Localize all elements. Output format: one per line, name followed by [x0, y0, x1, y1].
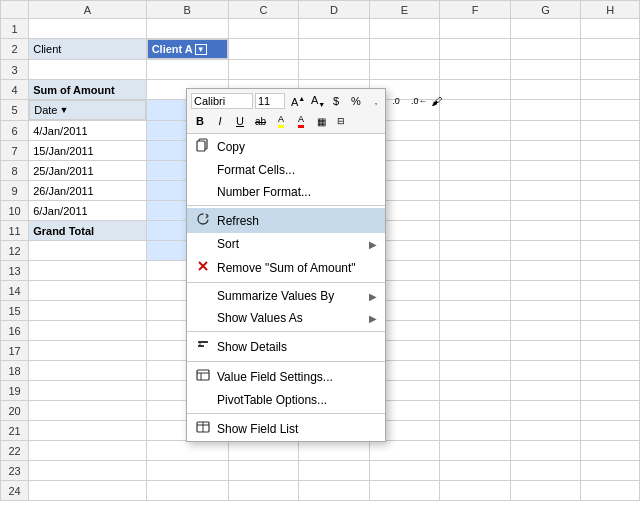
cell-c1[interactable] — [228, 19, 298, 39]
table-row: 2 Client Client A ▼ — [1, 39, 640, 60]
cell-f8[interactable] — [440, 161, 510, 181]
menu-item-value-field[interactable]: Value Field Settings... — [187, 364, 385, 389]
font-size-input[interactable] — [255, 93, 285, 109]
cell-a6[interactable]: 4/Jan/2011 — [29, 121, 146, 141]
cell-c2[interactable] — [228, 39, 298, 60]
cell-g2[interactable] — [510, 39, 580, 60]
cell-f4[interactable] — [440, 80, 510, 100]
cell-a7[interactable]: 15/Jan/2011 — [29, 141, 146, 161]
cell-f7[interactable] — [440, 141, 510, 161]
col-header-g[interactable]: G — [510, 1, 580, 19]
italic-button[interactable]: I — [211, 113, 229, 129]
menu-item-remove[interactable]: Remove "Sum of Amount" — [187, 255, 385, 280]
bold-button[interactable]: B — [191, 113, 209, 129]
cell-h6[interactable] — [581, 121, 640, 141]
cell-g11[interactable] — [510, 221, 580, 241]
cell-b2[interactable]: Client A ▼ — [147, 39, 228, 59]
menu-item-refresh[interactable]: Refresh — [187, 208, 385, 233]
cell-e3[interactable] — [369, 60, 439, 80]
cell-g6[interactable] — [510, 121, 580, 141]
menu-item-show-details[interactable]: Show Details — [187, 334, 385, 359]
merge-button[interactable]: ⊟ — [332, 114, 350, 128]
cell-a10[interactable]: 6/Jan/2011 — [29, 201, 146, 221]
cell-a8[interactable]: 25/Jan/2011 — [29, 161, 146, 181]
cell-h5[interactable] — [581, 100, 640, 121]
cell-b1[interactable] — [146, 19, 228, 39]
cell-g9[interactable] — [510, 181, 580, 201]
cell-g1[interactable] — [510, 19, 580, 39]
cell-a2[interactable]: Client — [29, 39, 146, 60]
col-header-e[interactable]: E — [369, 1, 439, 19]
cell-f11[interactable] — [440, 221, 510, 241]
cell-h1[interactable] — [581, 19, 640, 39]
cell-h4[interactable] — [581, 80, 640, 100]
cell-a1[interactable] — [29, 19, 146, 39]
cell-g4[interactable] — [510, 80, 580, 100]
col-header-a[interactable]: A — [29, 1, 146, 19]
fill-color-button[interactable]: A — [272, 112, 290, 130]
svg-rect-5 — [198, 345, 204, 347]
strikethrough-button[interactable]: ab — [251, 114, 270, 129]
cell-a11[interactable]: Grand Total — [29, 221, 146, 241]
cell-a3[interactable] — [29, 60, 146, 80]
col-header-h[interactable]: H — [581, 1, 640, 19]
cell-e1[interactable] — [369, 19, 439, 39]
font-color-button[interactable]: A — [292, 112, 310, 130]
font-name-input[interactable] — [191, 93, 253, 109]
cell-h2[interactable] — [581, 39, 640, 60]
cell-g8[interactable] — [510, 161, 580, 181]
inc-decimal-button[interactable]: .0 — [387, 94, 405, 108]
col-header-c[interactable]: C — [228, 1, 298, 19]
cell-h3[interactable] — [581, 60, 640, 80]
cell-a5[interactable]: Date ▼ — [29, 100, 145, 120]
cell-h7[interactable] — [581, 141, 640, 161]
cell-f6[interactable] — [440, 121, 510, 141]
col-header-d[interactable]: D — [299, 1, 369, 19]
cell-f3[interactable] — [440, 60, 510, 80]
cell-f5[interactable] — [440, 100, 510, 121]
cell-f9[interactable] — [440, 181, 510, 201]
font-grow-button[interactable]: A▲ — [287, 93, 305, 110]
cell-h10[interactable] — [581, 201, 640, 221]
menu-item-field-list[interactable]: Show Field List — [187, 416, 385, 441]
percent-button[interactable]: % — [347, 93, 365, 109]
underline-button[interactable]: U — [231, 113, 249, 129]
cell-g10[interactable] — [510, 201, 580, 221]
menu-item-number-format[interactable]: Number Format... — [187, 181, 385, 203]
menu-item-show-values[interactable]: Show Values As ▶ — [187, 307, 385, 329]
cell-f10[interactable] — [440, 201, 510, 221]
col-header-f[interactable]: F — [440, 1, 510, 19]
cell-h11[interactable] — [581, 221, 640, 241]
cell-a9[interactable]: 26/Jan/2011 — [29, 181, 146, 201]
toolbar-row-2: B I U ab A A ▦ ⊟ — [191, 112, 381, 130]
cell-a4[interactable]: Sum of Amount — [29, 80, 146, 100]
col-header-b[interactable]: B — [146, 1, 228, 19]
font-shrink-button[interactable]: A▼ — [307, 92, 325, 110]
menu-item-sort[interactable]: Sort ▶ — [187, 233, 385, 255]
menu-item-copy[interactable]: Copy — [187, 134, 385, 159]
cell-c3[interactable] — [228, 60, 298, 80]
menu-item-format-cells[interactable]: Format Cells... — [187, 159, 385, 181]
dropdown-icon[interactable]: ▼ — [195, 44, 207, 55]
cell-f2[interactable] — [440, 39, 510, 60]
cell-f1[interactable] — [440, 19, 510, 39]
row-header: 7 — [1, 141, 29, 161]
cell-g7[interactable] — [510, 141, 580, 161]
cell-h9[interactable] — [581, 181, 640, 201]
cell-e2[interactable] — [369, 39, 439, 60]
dec-decimal-button[interactable]: .0← — [407, 94, 425, 108]
menu-item-pivot-options[interactable]: PivotTable Options... — [187, 389, 385, 411]
format-paint-button[interactable]: 🖌 — [427, 93, 445, 109]
border-button[interactable]: ▦ — [312, 114, 330, 129]
cell-d1[interactable] — [299, 19, 369, 39]
cell-d3[interactable] — [299, 60, 369, 80]
menu-item-summarize[interactable]: Summarize Values By ▶ — [187, 285, 385, 307]
cell-h8[interactable] — [581, 161, 640, 181]
cell-d2[interactable] — [299, 39, 369, 60]
currency-button[interactable]: $ — [327, 93, 345, 109]
cell-g5[interactable] — [510, 100, 580, 121]
cell-g3[interactable] — [510, 60, 580, 80]
comma-button[interactable]: , — [367, 94, 385, 108]
cell-b3[interactable] — [146, 60, 228, 80]
date-dropdown-icon[interactable]: ▼ — [59, 105, 68, 115]
